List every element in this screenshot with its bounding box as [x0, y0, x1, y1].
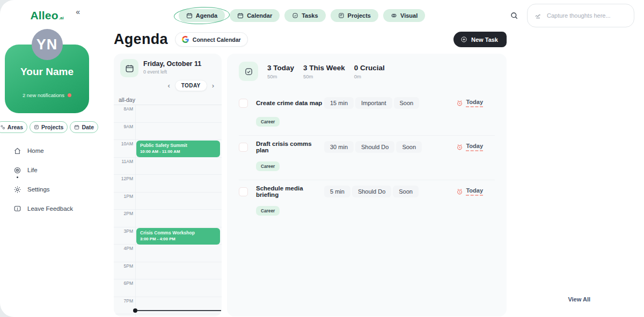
gear-icon: [13, 186, 21, 194]
sidebar-item-leave-feedback[interactable]: Leave Feedback: [13, 204, 94, 213]
prev-day-chevron[interactable]: ‹: [166, 81, 171, 90]
tab-visual[interactable]: Visual: [383, 9, 425, 22]
sidebar-item-settings[interactable]: Settings: [13, 185, 94, 194]
hour-row[interactable]: 5PM: [114, 262, 222, 280]
notifications-banner[interactable]: 2 new notifications: [23, 92, 71, 98]
hour-row[interactable]: 12PM: [114, 175, 222, 193]
calendar-event[interactable]: Public Safety Summit 10:00 AM - 11:00 AM: [136, 141, 220, 157]
sidebar-item-label: Settings: [27, 186, 50, 193]
task-checkbox[interactable]: [239, 143, 248, 152]
hour-row[interactable]: 8AM: [114, 105, 222, 123]
projects-icon: [34, 124, 39, 130]
hour-row[interactable]: 4PM: [114, 245, 222, 262]
due-date[interactable]: Today: [456, 143, 483, 151]
alarm-icon: [456, 100, 463, 107]
due-date[interactable]: Today: [456, 99, 483, 107]
sidebar-item-life[interactable]: Life: [13, 165, 94, 175]
sidebar-item-home[interactable]: Home: [13, 146, 94, 156]
notification-dot: [68, 93, 71, 97]
next-day-chevron[interactable]: ›: [211, 81, 215, 90]
current-time-bar: [137, 310, 221, 311]
capture-thoughts-box[interactable]: [527, 4, 634, 27]
priority-pill[interactable]: Should Do: [355, 141, 394, 153]
areas-button[interactable]: Areas: [0, 121, 27, 133]
connect-calendar-button[interactable]: Connect Calendar: [175, 32, 248, 47]
hour-label: 2PM: [114, 211, 133, 216]
tab-label: Visual: [400, 12, 418, 19]
priority-pill[interactable]: Should Do: [352, 186, 391, 197]
duration-pill[interactable]: 5 min: [324, 186, 350, 197]
task-checkbox[interactable]: [239, 99, 248, 108]
avatar[interactable]: YN: [32, 29, 63, 60]
hour-row[interactable]: 1PM: [114, 193, 222, 210]
calendar-icon: [125, 64, 134, 73]
user-name: Your Name: [20, 66, 74, 78]
stat-this-week: 3 This Week 50m: [303, 64, 345, 79]
duration-pill[interactable]: 15 min: [324, 97, 354, 109]
all-day-row: all-day: [114, 94, 222, 105]
urgency-pill[interactable]: Soon: [393, 186, 419, 197]
check-square-icon: [292, 12, 298, 19]
hour-row[interactable]: 2PM: [114, 210, 222, 227]
urgency-pill[interactable]: Soon: [396, 141, 422, 153]
stat-today: 3 Today 50m: [267, 64, 294, 79]
new-task-button[interactable]: New Task: [453, 32, 507, 47]
events-left-text: 0 event left: [143, 69, 201, 75]
current-time-indicator: [135, 308, 221, 313]
tab-agenda[interactable]: Agenda: [179, 9, 225, 22]
sidebar-item-label: Home: [27, 148, 44, 154]
today-button[interactable]: TODAY: [175, 80, 207, 91]
task-tag[interactable]: Career: [256, 117, 280, 127]
time-grid: all-day 8AM 9AM 10AM 11AM 12PM 1PM 2PM 3…: [114, 94, 222, 316]
notifications-text: 2 new notifications: [23, 92, 64, 98]
main-area: Agenda Calendar Tasks Projects Visual: [94, 0, 644, 317]
hour-row[interactable]: 9AM: [114, 123, 222, 141]
google-g-icon: [182, 36, 189, 43]
tab-label: Projects: [348, 12, 371, 19]
hour-label: 6PM: [114, 281, 133, 286]
calendar-header: Friday, October 11 0 event left: [114, 59, 222, 77]
task-title: Create crime data map: [256, 100, 324, 106]
hour-row[interactable]: 6PM: [114, 279, 222, 297]
projects-button[interactable]: Projects: [30, 121, 68, 133]
hour-label: 7PM: [114, 298, 133, 304]
projects-label: Projects: [41, 124, 63, 130]
stat-value: 0 Crucial: [354, 64, 385, 72]
hour-row[interactable]: 8PM: [114, 314, 222, 316]
search-button[interactable]: [510, 11, 518, 20]
task-tag[interactable]: Career: [256, 161, 280, 171]
check-square-icon: [244, 67, 253, 76]
tab-projects[interactable]: Projects: [331, 9, 378, 22]
due-label: Today: [466, 99, 483, 107]
tasks-panel: 3 Today 50m 3 This Week 50m 0 Crucial 0m…: [227, 54, 507, 316]
hour-label: 10AM: [114, 141, 133, 146]
sidebar-item-label: Leave Feedback: [27, 205, 73, 212]
tab-label: Calendar: [247, 12, 272, 19]
priority-pill[interactable]: Important: [355, 97, 392, 109]
calendar-icon: [237, 12, 244, 19]
due-date[interactable]: Today: [456, 187, 483, 196]
due-label: Today: [466, 143, 483, 151]
new-task-label: New Task: [471, 36, 498, 43]
calendar-event[interactable]: Crisis Comms Workshop 3:00 PM - 4:00 PM: [136, 228, 220, 245]
date-label: Date: [82, 124, 94, 130]
task-list: Create crime data map 15 min Important S…: [239, 92, 495, 224]
topbar: Agenda Calendar Tasks Projects Visual: [94, 0, 644, 31]
task-tag[interactable]: Career: [256, 206, 280, 216]
task-checkbox[interactable]: [239, 187, 248, 196]
view-all-link[interactable]: View All: [568, 296, 590, 303]
areas-label: Areas: [8, 124, 23, 130]
calendar-icon: [74, 124, 79, 130]
duration-pill[interactable]: 30 min: [324, 141, 354, 153]
sidebar-nav: Home Life Settings Leave Feedback: [0, 146, 94, 213]
sidebar-collapse-icon[interactable]: «: [76, 8, 80, 16]
alarm-icon: [456, 188, 463, 195]
tab-calendar[interactable]: Calendar: [230, 9, 280, 22]
tab-tasks[interactable]: Tasks: [284, 9, 325, 22]
capture-thoughts-input[interactable]: [547, 12, 627, 19]
content-row: Friday, October 11 0 event left ‹ TODAY …: [114, 54, 507, 316]
plus-circle-icon: [460, 36, 467, 43]
date-button[interactable]: Date: [70, 121, 98, 133]
hour-row[interactable]: 11AM: [114, 158, 222, 175]
urgency-pill[interactable]: Soon: [394, 97, 420, 109]
